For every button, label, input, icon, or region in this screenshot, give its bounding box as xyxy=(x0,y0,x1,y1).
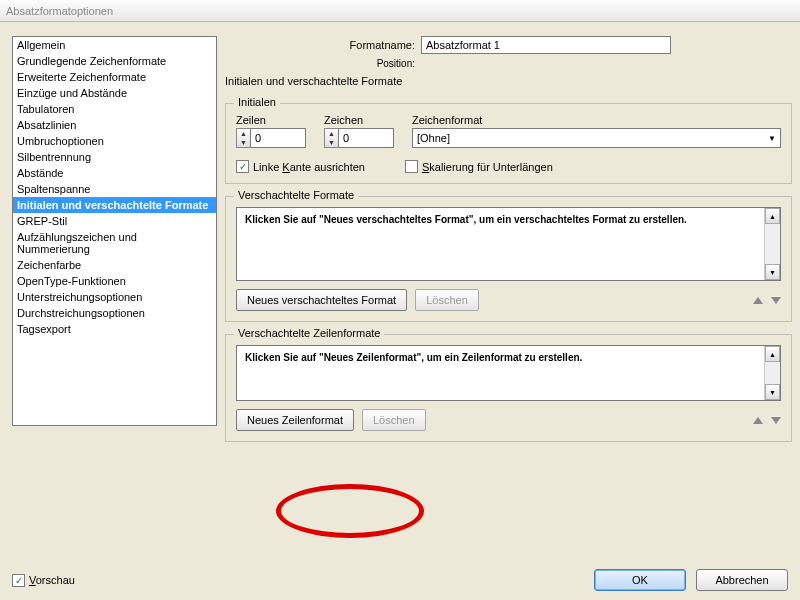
move-up-icon[interactable] xyxy=(753,417,763,424)
dialog-footer: ✓ Vorschau OK Abbrechen xyxy=(0,560,800,600)
section-heading: Initialen und verschachtelte Formate xyxy=(225,75,792,87)
nested-styles-group: Verschachtelte Formate Klicken Sie auf "… xyxy=(225,196,792,322)
sidebar-item[interactable]: Tagsexport xyxy=(13,321,216,337)
nested-line-styles-group: Verschachtelte Zeilenformate Klicken Sie… xyxy=(225,334,792,442)
scale-descenders-label: Skalierung für Unterlängen xyxy=(422,161,553,173)
sidebar-item[interactable]: Grundlegende Zeichenformate xyxy=(13,53,216,69)
sidebar-item[interactable]: Initialen und verschachtelte Formate xyxy=(13,197,216,213)
initials-group: Initialen Zeilen ▲▼ Zeichen ▲▼ xyxy=(225,103,792,184)
nested-line-styles-list[interactable]: Klicken Sie auf "Neues Zeilenformat", um… xyxy=(236,345,781,401)
initials-group-title: Initialen xyxy=(234,96,280,108)
preview-checkbox[interactable]: ✓ Vorschau xyxy=(12,574,75,587)
nested-line-styles-hint: Klicken Sie auf "Neues Zeilenformat", um… xyxy=(237,346,780,369)
checkbox-icon: ✓ xyxy=(12,574,25,587)
category-sidebar[interactable]: AllgemeinGrundlegende ZeichenformateErwe… xyxy=(12,36,217,426)
sidebar-item[interactable]: Absatzlinien xyxy=(13,117,216,133)
move-up-icon[interactable] xyxy=(753,297,763,304)
scroll-up-icon[interactable]: ▲ xyxy=(765,208,780,224)
delete-nested-style-button[interactable]: Löschen xyxy=(415,289,479,311)
sidebar-item[interactable]: GREP-Stil xyxy=(13,213,216,229)
nested-line-styles-title: Verschachtelte Zeilenformate xyxy=(234,327,384,339)
lines-input[interactable] xyxy=(250,128,306,148)
scroll-up-icon[interactable]: ▲ xyxy=(765,346,780,362)
scroll-down-icon[interactable]: ▼ xyxy=(765,384,780,400)
sidebar-item[interactable]: Aufzählungszeichen und Nummerierung xyxy=(13,229,216,257)
sidebar-item[interactable]: Durchstreichungsoptionen xyxy=(13,305,216,321)
spinner-arrows-icon[interactable]: ▲▼ xyxy=(324,128,338,148)
sidebar-item[interactable]: Umbruchoptionen xyxy=(13,133,216,149)
main-panel: Formatname: Position: Initialen und vers… xyxy=(225,36,792,556)
chevron-down-icon: ▼ xyxy=(768,134,776,143)
align-left-checkbox[interactable]: ✓ Linke Kante ausrichten xyxy=(236,160,365,173)
sidebar-item[interactable]: Spaltenspanne xyxy=(13,181,216,197)
scrollbar[interactable]: ▲▼ xyxy=(764,346,780,400)
nested-styles-title: Verschachtelte Formate xyxy=(234,189,358,201)
checkbox-icon: ✓ xyxy=(236,160,249,173)
chars-label: Zeichen xyxy=(324,114,394,126)
content-area: AllgemeinGrundlegende ZeichenformateErwe… xyxy=(0,22,800,600)
nested-styles-list[interactable]: Klicken Sie auf "Neues verschachteltes F… xyxy=(236,207,781,281)
position-label: Position: xyxy=(225,58,415,69)
charstyle-label: Zeichenformat xyxy=(412,114,781,126)
sidebar-item[interactable]: OpenType-Funktionen xyxy=(13,273,216,289)
delete-line-style-button[interactable]: Löschen xyxy=(362,409,426,431)
checkbox-icon xyxy=(405,160,418,173)
sidebar-item[interactable]: Silbentrennung xyxy=(13,149,216,165)
preview-label: Vorschau xyxy=(29,574,75,586)
dialog-window: Absatzformatoptionen AllgemeinGrundlegen… xyxy=(0,0,800,600)
nested-styles-hint: Klicken Sie auf "Neues verschachteltes F… xyxy=(237,208,780,231)
charstyle-value: [Ohne] xyxy=(417,132,450,144)
new-line-style-button[interactable]: Neues Zeilenformat xyxy=(236,409,354,431)
format-name-label: Formatname: xyxy=(225,39,415,51)
sidebar-item[interactable]: Abstände xyxy=(13,165,216,181)
sidebar-item[interactable]: Zeichenfarbe xyxy=(13,257,216,273)
spinner-arrows-icon[interactable]: ▲▼ xyxy=(236,128,250,148)
sidebar-item[interactable]: Tabulatoren xyxy=(13,101,216,117)
align-left-label: Linke Kante ausrichten xyxy=(253,161,365,173)
chars-input[interactable] xyxy=(338,128,394,148)
title-bar: Absatzformatoptionen xyxy=(0,0,800,22)
lines-spinner[interactable]: ▲▼ xyxy=(236,128,306,148)
window-title: Absatzformatoptionen xyxy=(6,5,113,17)
move-down-icon[interactable] xyxy=(771,297,781,304)
sidebar-item[interactable]: Allgemein xyxy=(13,37,216,53)
sidebar-item[interactable]: Einzüge und Abstände xyxy=(13,85,216,101)
chars-spinner[interactable]: ▲▼ xyxy=(324,128,394,148)
lines-label: Zeilen xyxy=(236,114,306,126)
ok-button[interactable]: OK xyxy=(594,569,686,591)
charstyle-select[interactable]: [Ohne] ▼ xyxy=(412,128,781,148)
cancel-button[interactable]: Abbrechen xyxy=(696,569,788,591)
sidebar-item[interactable]: Erweiterte Zeichenformate xyxy=(13,69,216,85)
move-down-icon[interactable] xyxy=(771,417,781,424)
scroll-down-icon[interactable]: ▼ xyxy=(765,264,780,280)
format-name-input[interactable] xyxy=(421,36,671,54)
sidebar-item[interactable]: Unterstreichungsoptionen xyxy=(13,289,216,305)
scale-descenders-checkbox[interactable]: Skalierung für Unterlängen xyxy=(405,160,553,173)
scrollbar[interactable]: ▲▼ xyxy=(764,208,780,280)
new-nested-style-button[interactable]: Neues verschachteltes Format xyxy=(236,289,407,311)
